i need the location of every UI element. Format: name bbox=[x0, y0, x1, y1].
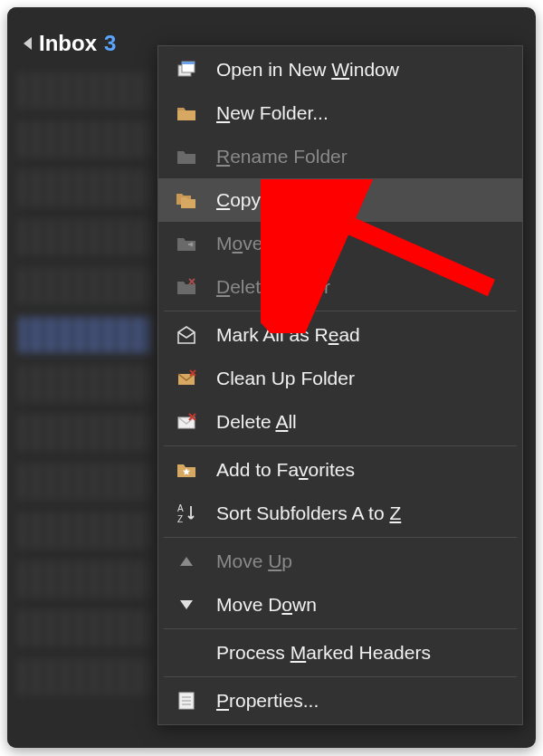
menu-separator bbox=[164, 537, 517, 538]
menu-sort-az[interactable]: AZ Sort Subfolders A to Z bbox=[158, 492, 522, 535]
svg-text:A: A bbox=[177, 503, 184, 513]
menu-label: Process Marked Headers bbox=[216, 642, 431, 664]
svg-rect-2 bbox=[182, 62, 195, 64]
menu-move-down[interactable]: Move Down bbox=[158, 583, 522, 627]
menu-label: Delete Folder bbox=[216, 276, 330, 298]
list-item[interactable] bbox=[18, 464, 150, 500]
inbox-folder-row[interactable]: Inbox 3 bbox=[7, 25, 161, 67]
app-frame: Inbox 3 Open in New Window bbox=[7, 7, 536, 748]
menu-separator bbox=[164, 676, 517, 677]
menu-delete-all[interactable]: Delete All bbox=[158, 400, 522, 444]
folder-star-icon bbox=[175, 458, 198, 482]
list-item[interactable] bbox=[18, 317, 150, 353]
menu-label: Properties... bbox=[216, 690, 319, 712]
menu-label: Open in New Window bbox=[216, 59, 399, 81]
list-item[interactable] bbox=[18, 170, 150, 206]
menu-separator bbox=[164, 311, 517, 311]
triangle-up-icon bbox=[175, 550, 198, 573]
envelope-open-icon bbox=[175, 323, 198, 347]
menu-label: Mark All as Read bbox=[216, 324, 360, 346]
envelope-clean-icon bbox=[175, 367, 198, 390]
menu-label: Move Up bbox=[216, 550, 292, 572]
list-item[interactable] bbox=[18, 610, 150, 646]
menu-separator bbox=[164, 445, 517, 446]
menu-open-new-window[interactable]: Open in New Window bbox=[158, 48, 522, 91]
new-window-icon bbox=[175, 58, 198, 81]
menu-delete-folder: Delete Folder bbox=[158, 265, 522, 309]
menu-label: New Folder... bbox=[216, 102, 329, 124]
menu-label: Move Down bbox=[216, 594, 317, 616]
menu-rename-folder: Rename Folder bbox=[158, 135, 522, 178]
menu-copy-folder[interactable]: Copy Folder bbox=[158, 178, 522, 222]
list-item[interactable] bbox=[18, 121, 150, 158]
folder-context-menu: Open in New Window New Folder... Rename … bbox=[157, 45, 523, 725]
svg-text:Z: Z bbox=[177, 514, 183, 524]
menu-add-favorites[interactable]: Add to Favorites bbox=[158, 448, 522, 492]
inbox-label: Inbox bbox=[39, 31, 97, 56]
list-item[interactable] bbox=[18, 219, 150, 255]
menu-label: Sort Subfolders A to Z bbox=[216, 502, 401, 524]
expand-triangle-icon[interactable] bbox=[24, 37, 32, 50]
menu-label: Clean Up Folder bbox=[216, 368, 355, 389]
unread-count-badge: 3 bbox=[104, 31, 116, 56]
triangle-down-icon bbox=[175, 593, 198, 617]
menu-label: Copy Folder bbox=[216, 189, 319, 211]
menu-clean-up-folder[interactable]: Clean Up Folder bbox=[158, 357, 522, 400]
envelope-delete-icon bbox=[175, 410, 198, 434]
menu-properties[interactable]: Properties... bbox=[158, 679, 522, 723]
list-item[interactable] bbox=[18, 561, 150, 598]
menu-process-marked-headers[interactable]: Process Marked Headers bbox=[158, 631, 522, 675]
menu-label: Move Folder bbox=[216, 233, 322, 254]
list-item[interactable] bbox=[18, 72, 150, 109]
folder-sidebar: Inbox 3 bbox=[7, 7, 161, 748]
list-item[interactable] bbox=[18, 415, 150, 451]
menu-label: Add to Favorites bbox=[216, 459, 355, 481]
list-item[interactable] bbox=[18, 512, 150, 549]
menu-new-folder[interactable]: New Folder... bbox=[158, 91, 522, 135]
menu-label: Delete All bbox=[216, 411, 297, 433]
folder-rename-icon bbox=[175, 145, 198, 168]
menu-separator bbox=[164, 628, 517, 629]
blank-icon bbox=[175, 641, 198, 665]
folder-delete-icon bbox=[175, 275, 198, 299]
list-item[interactable] bbox=[18, 366, 150, 402]
menu-move-up: Move Up bbox=[158, 540, 522, 583]
folder-copy-icon bbox=[175, 188, 198, 212]
properties-icon bbox=[175, 689, 198, 713]
folder-move-icon bbox=[175, 232, 198, 255]
list-item[interactable] bbox=[18, 268, 150, 304]
sort-az-icon: AZ bbox=[175, 502, 198, 525]
menu-mark-all-read[interactable]: Mark All as Read bbox=[158, 313, 522, 357]
menu-move-folder: Move Folder bbox=[158, 222, 522, 265]
subfolder-list bbox=[7, 67, 161, 695]
list-item[interactable] bbox=[18, 659, 150, 695]
folder-icon bbox=[175, 101, 198, 125]
menu-label: Rename Folder bbox=[216, 146, 348, 167]
